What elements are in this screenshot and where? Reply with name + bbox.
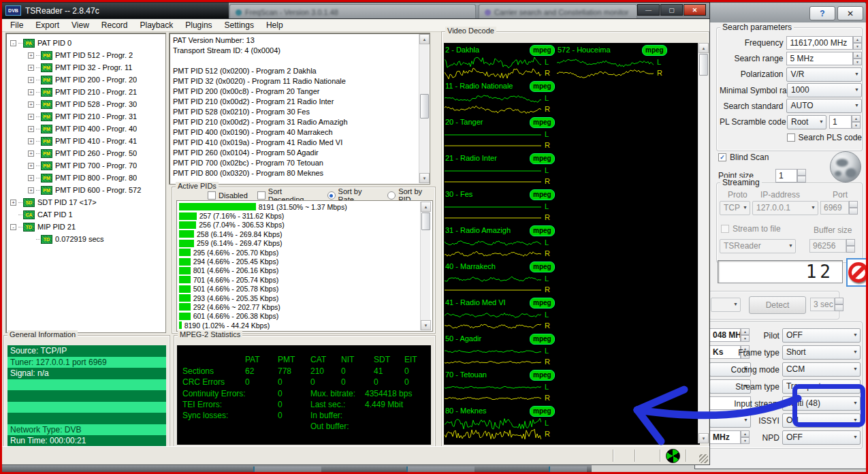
- tree-expander-icon[interactable]: +: [28, 114, 34, 120]
- interval-field[interactable]: 3 sec: [810, 298, 835, 311]
- proto-select[interactable]: TCP▼: [720, 201, 750, 215]
- stop-scan-button[interactable]: [846, 258, 868, 287]
- tree-expander-icon[interactable]: -: [10, 224, 16, 230]
- menu-item-playback[interactable]: Playback: [134, 19, 180, 31]
- stream-to-file-checkbox[interactable]: [721, 225, 729, 233]
- pid-rate-row[interactable]: 258 (6.14% - 269.84 Kbps): [177, 230, 432, 238]
- port-spinner[interactable]: [849, 201, 858, 215]
- pid-rate-row[interactable]: 259 (6.14% - 269.47 Kbps): [177, 239, 432, 248]
- scroll-down-icon[interactable]: ▼: [698, 433, 709, 443]
- param-select[interactable]: V/R▼: [786, 67, 862, 82]
- tree-item[interactable]: +PMPMT PID 528 - Progr. 30: [6, 98, 165, 110]
- pid-rate-row[interactable]: 801 (4.66% - 206.16 Kbps): [177, 266, 432, 275]
- tree-item[interactable]: +PMPMT PID 410 - Progr. 41: [6, 135, 165, 147]
- interval-spinner[interactable]: [835, 298, 843, 311]
- param-spinner[interactable]: ▲▼: [852, 115, 861, 129]
- pid-rate-row[interactable]: 257 (7.16% - 311.62 Kbps): [177, 211, 432, 220]
- tree-expander-icon[interactable]: +: [28, 52, 34, 59]
- tree-expander-icon[interactable]: +: [28, 138, 34, 144]
- taskbar[interactable]: [0, 465, 592, 474]
- tree-expander-icon[interactable]: +: [10, 200, 16, 206]
- scroll-up-icon[interactable]: ▲: [419, 34, 430, 44]
- tree-item[interactable]: TD0.072919 secs: [6, 233, 165, 245]
- pid-rate-row[interactable]: 294 (4.66% - 205.45 Kbps): [177, 257, 432, 266]
- blind-scan-option[interactable]: ✓ Blind Scan: [718, 153, 769, 162]
- tree-expander-icon[interactable]: +: [28, 89, 34, 95]
- tree-item[interactable]: +PMPMT PID 210 - Progr. 21: [6, 86, 165, 98]
- menu-item-export[interactable]: Export: [29, 19, 65, 31]
- scroll-thumb[interactable]: [421, 212, 430, 230]
- scroll-thumb[interactable]: [699, 54, 708, 76]
- spin-down-icon[interactable]: ▼: [853, 59, 862, 65]
- menu-item-record[interactable]: Record: [95, 19, 134, 31]
- tree-item[interactable]: +PMPMT PID 700 - Progr. 70: [6, 159, 165, 172]
- param-spinner[interactable]: ▲▼: [853, 52, 862, 65]
- tree-item[interactable]: +PMPMT PID 400 - Progr. 40: [6, 123, 165, 135]
- pid-rate-row[interactable]: 701 (4.66% - 205.74 Kbps): [177, 275, 432, 284]
- pid-rate-row[interactable]: 292 (4.66% ~ 202.77 Kbps): [177, 302, 432, 311]
- active-pids-option[interactable]: Disabled: [208, 191, 248, 200]
- menu-item-view[interactable]: View: [65, 19, 95, 31]
- stream-to-file-option[interactable]: Stream to file: [721, 224, 781, 234]
- ip-address-select[interactable]: 127.0.0.1▼: [752, 201, 818, 215]
- close-icon[interactable]: ✕: [837, 6, 863, 20]
- tree-item[interactable]: +SDSDT PID 17 <17>: [6, 196, 165, 208]
- close-icon[interactable]: ✕: [684, 4, 706, 16]
- buffer-size-field[interactable]: 96256: [809, 239, 846, 253]
- tree-expander-icon[interactable]: +: [28, 77, 34, 83]
- tree-item[interactable]: -PAPAT PID 0: [6, 37, 165, 49]
- scroll-up-icon[interactable]: ▲: [698, 43, 709, 53]
- setting-select[interactable]: CCM▼: [782, 362, 861, 377]
- pid-rate-row[interactable]: 8191 (31.50% ~ 1.37 Mbps): [177, 202, 432, 211]
- tree-item[interactable]: CACAT PID 1: [6, 208, 165, 221]
- tree-item[interactable]: +PMPMT PID 512 - Progr. 2: [6, 49, 165, 61]
- detect-mode-select[interactable]: ▼: [711, 298, 741, 312]
- tree-item[interactable]: +PMPMT PID 800 - Progr. 80: [6, 172, 165, 184]
- checkbox-unchecked[interactable]: [208, 191, 216, 200]
- pid-rate-row[interactable]: 293 (4.66% - 205.35 Kbps): [177, 294, 432, 302]
- spin-up-icon[interactable]: ▲: [853, 52, 862, 59]
- scroll-up-icon[interactable]: ▲: [421, 202, 431, 212]
- setting-select[interactable]: OFF▼: [782, 328, 861, 343]
- tree-expander-icon[interactable]: +: [28, 126, 34, 132]
- param-spinner[interactable]: ▲▼: [853, 36, 862, 50]
- param-field[interactable]: 5 MHz: [786, 52, 853, 65]
- radio-unselected[interactable]: [387, 191, 396, 200]
- param-select[interactable]: AUTO▼: [786, 99, 862, 113]
- param-field[interactable]: 1: [829, 115, 852, 129]
- blind-scan-checkbox[interactable]: ✓: [718, 153, 726, 161]
- pid-rate-row[interactable]: 601 (4.66% - 206.38 Kbps): [177, 312, 432, 321]
- point-size-spinner[interactable]: [797, 169, 806, 183]
- tree-expander-icon[interactable]: +: [28, 175, 34, 181]
- titlebar[interactable]: FreqScan - Version 3.0.1.48 Carrier sear…: [1, 2, 710, 19]
- tree-item[interactable]: -TDMIP PID 21: [6, 221, 165, 233]
- tree-expander-icon[interactable]: +: [28, 187, 34, 193]
- minimize-icon[interactable]: —: [637, 4, 660, 16]
- point-size-field[interactable]: 1: [775, 169, 797, 183]
- pid-rate-row[interactable]: 295 (4.66% - 205.70 Kbps): [177, 248, 432, 257]
- dialog-titlebar[interactable]: ? ✕: [694, 2, 867, 22]
- menu-item-file[interactable]: File: [4, 19, 29, 31]
- setting-select[interactable]: Short▼: [782, 345, 861, 360]
- video-scrollbar[interactable]: ▲ ▼: [698, 43, 708, 443]
- tree-item[interactable]: +PMPMT PID 32 - Progr. 11: [6, 61, 165, 74]
- param-select[interactable]: 1000▼: [787, 83, 862, 97]
- pid-list-scrollbar[interactable]: ▲ ▼: [420, 202, 430, 330]
- tree-expander-icon[interactable]: +: [28, 101, 34, 108]
- tree-item[interactable]: +PMPMT PID 210 - Progr. 31: [6, 110, 165, 123]
- radio-selected[interactable]: [327, 191, 336, 200]
- pid-rate-row[interactable]: 501 (4.66% - 205.78 Kbps): [177, 285, 432, 294]
- spin-up-icon[interactable]: ▲: [853, 36, 862, 43]
- tree-item[interactable]: +PMPMT PID 600 - Progr. 572: [6, 184, 165, 196]
- tree-expander-icon[interactable]: +: [28, 65, 34, 71]
- maximize-icon[interactable]: ▢: [660, 4, 683, 16]
- pid-rate-row[interactable]: 256 (7.04% - 306.53 Kbps): [177, 221, 432, 230]
- tree-item[interactable]: +PMPMT PID 260 - Progr. 50: [6, 147, 165, 159]
- param-select[interactable]: Root▼: [787, 115, 826, 129]
- tree-expander-icon[interactable]: -: [10, 40, 16, 46]
- tree-expander-icon[interactable]: +: [28, 163, 34, 169]
- resize-grip[interactable]: [699, 454, 708, 463]
- scroll-down-icon[interactable]: ▼: [419, 173, 430, 183]
- tree-item[interactable]: +PMPMT PID 200 - Progr. 20: [6, 74, 165, 86]
- scroll-down-icon[interactable]: ▼: [421, 320, 431, 330]
